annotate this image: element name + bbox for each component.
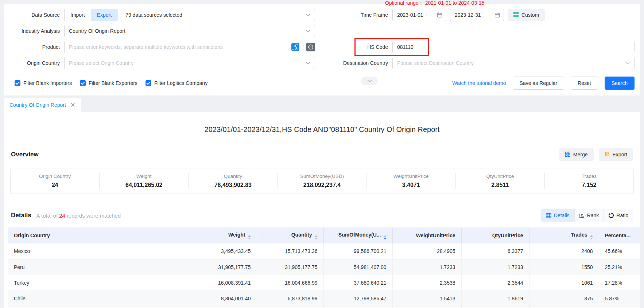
close-icon[interactable]: ✕: [70, 102, 75, 108]
table-row-ukraine[interactable]: Ukraine 3,002,518.50 3,002,518.50 5,760,…: [8, 306, 640, 308]
start-date-field[interactable]: [392, 9, 446, 21]
overview-stats-card: Origin Country 24 Weight 64,011,265.02 Q…: [10, 168, 634, 194]
tab-country-of-origin-report[interactable]: Country Of Origin Report ✕: [4, 98, 81, 112]
chevron-down-icon: [306, 13, 310, 16]
table-row-turkey[interactable]: Turkey 16,008,391.41 16,004,666.99 37,68…: [8, 275, 640, 291]
export-button-label: Export: [613, 152, 627, 157]
end-date-input[interactable]: [455, 9, 499, 21]
filter-blank-importers-checkbox[interactable]: Filter Blank Importers: [15, 80, 72, 86]
save-as-regular-button[interactable]: Save as Regular: [513, 77, 565, 90]
filter-blank-exporters-label: Filter Blank Exporters: [89, 80, 137, 86]
view-ratio-button[interactable]: Ratio: [604, 209, 633, 222]
filter-logistics-company-checkbox[interactable]: Filter Logitics Company: [146, 80, 207, 86]
cell-weight: 3,002,518.50: [187, 306, 257, 308]
tab-strip: Country Of Origin Report ✕: [4, 98, 640, 112]
product-keyword-field[interactable]: 文A: [64, 41, 303, 53]
sort-icon[interactable]: [590, 235, 593, 239]
industry-analysis-value: Country Of Origin Report: [69, 28, 125, 34]
stat-label: Trades: [548, 174, 631, 179]
filter-blank-exporters-checkbox[interactable]: Filter Blank Exporters: [80, 80, 137, 86]
destination-country-label: Destination Country: [315, 60, 392, 66]
industry-analysis-label: Industry Analysis: [9, 28, 64, 34]
destination-country-placeholder: Please select Destination Country: [397, 60, 474, 66]
col-header-trades[interactable]: Trades: [529, 227, 599, 243]
chevron-down-icon: [306, 62, 310, 65]
table-header-row: Origin Country Weight Quantity SumOfMone…: [8, 227, 640, 243]
cell-sum-of-money: 12,798,586.47: [323, 291, 392, 306]
filter-row-data-source: Data Source Import Export 79 data source…: [9, 9, 635, 21]
stat-value: 7,152: [548, 182, 631, 188]
checkbox-checked-icon[interactable]: [146, 80, 151, 86]
view-details-button[interactable]: Details: [541, 209, 575, 222]
stat-label: WeightUnitPrice: [370, 174, 453, 179]
cell-trades: 2408: [529, 243, 599, 259]
cell-sum-of-money: 37,680,640.21: [323, 275, 392, 291]
origin-country-select[interactable]: Please select Origin Country: [64, 57, 315, 69]
details-heading: Details: [11, 212, 31, 219]
keyword-expand-icon[interactable]: [306, 43, 315, 51]
cell-weight-unit-price: 28.4905: [392, 243, 461, 259]
stat-label: QtyUnitPrice: [459, 174, 542, 179]
optional-range-hint: Optional range： 2021-01-01 to 2024-03-15: [385, 0, 484, 7]
industry-analysis-select[interactable]: Country Of Origin Report: [64, 25, 315, 37]
hs-code-field[interactable]: [392, 41, 635, 53]
view-rank-label: Rank: [587, 213, 599, 218]
view-rank-button[interactable]: Rank: [575, 209, 604, 222]
cell-weight-unit-price: 2.3538: [392, 275, 461, 291]
start-date-input[interactable]: [397, 9, 442, 21]
merge-grid-icon: [565, 152, 570, 158]
sort-desc-active-icon[interactable]: [384, 235, 387, 239]
collapse-filters-button[interactable]: [361, 77, 378, 85]
cell-origin-country: Turkey: [8, 275, 187, 291]
stat-label: Weight: [102, 174, 185, 179]
table-row-mexico[interactable]: Mexico 3,495,433.45 15,713,473.36 99,586…: [8, 243, 640, 259]
reset-button[interactable]: Reset: [571, 77, 598, 90]
cell-quantity: 15,713,473.36: [257, 243, 323, 259]
col-header-quantity[interactable]: Quantity: [257, 227, 323, 243]
export-button[interactable]: Export: [599, 148, 633, 161]
chevron-down-icon: [306, 30, 310, 32]
calendar-icon[interactable]: [494, 12, 500, 18]
destination-country-select[interactable]: Please select Destination Country: [392, 57, 635, 69]
sort-icon[interactable]: [248, 235, 251, 239]
cell-quantity: 6,873,818.99: [257, 291, 323, 306]
table-row-peru[interactable]: Peru 31,905,177.75 31,905,177.75 54,981,…: [8, 259, 640, 275]
data-source-segmented: Import Export: [64, 9, 118, 21]
data-source-label: Data Source: [9, 12, 64, 18]
cell-weight-unit-price: 1.5413: [392, 291, 461, 306]
data-sources-selected-value: 79 data sources selected: [125, 12, 182, 18]
tutorial-demo-link[interactable]: Watch the tutorial demo: [452, 80, 506, 86]
hs-code-input[interactable]: [397, 41, 630, 53]
translate-icon[interactable]: 文A: [291, 43, 299, 51]
sort-icon[interactable]: [315, 235, 318, 239]
matched-suffix: records were matched: [67, 213, 121, 219]
col-header-qty-unit-price: QtyUnitPrice: [461, 227, 529, 243]
custom-range-button[interactable]: Custom: [508, 9, 545, 21]
export-toggle-button[interactable]: Export: [91, 9, 118, 21]
import-toggle-button[interactable]: Import: [64, 9, 91, 21]
cell-origin-country: Peru: [8, 259, 187, 275]
checkbox-checked-icon[interactable]: [80, 80, 86, 86]
stat-trades: Trades 7,152: [545, 173, 633, 189]
search-button[interactable]: Search: [605, 77, 635, 90]
product-keyword-input[interactable]: [69, 41, 288, 53]
col-header-sum-of-money[interactable]: SumOfMoney(U...: [323, 227, 392, 243]
end-date-field[interactable]: [450, 9, 504, 21]
merge-button[interactable]: Merge: [559, 148, 594, 161]
stat-label: SumOfMoney(USD): [280, 174, 363, 179]
cell-trades: 202: [529, 306, 599, 308]
report-title: 2023/01/01-2023/12/31,HS Code AND"081110…: [4, 112, 640, 134]
cell-qty-unit-price: 1.7233: [461, 259, 529, 275]
chevron-down-icon: [625, 62, 630, 65]
checkbox-checked-icon[interactable]: [15, 80, 20, 86]
time-frame-label: Time Frame: [315, 12, 392, 18]
cell-origin-country: Mexico: [8, 243, 187, 259]
origin-country-placeholder: Please select Origin Country: [69, 60, 133, 66]
stat-weight-unit-price: WeightUnitPrice 3.4071: [367, 173, 456, 189]
col-header-weight[interactable]: Weight: [187, 227, 257, 243]
table-row-chile[interactable]: Chile 8,304,001.40 6,873,818.99 12,798,5…: [8, 291, 640, 306]
data-sources-select[interactable]: 79 data sources selected: [121, 9, 315, 21]
details-table: Origin Country Weight Quantity SumOfMone…: [8, 227, 640, 308]
calendar-icon[interactable]: [437, 12, 442, 18]
cell-quantity: 31,905,177.75: [257, 259, 323, 275]
